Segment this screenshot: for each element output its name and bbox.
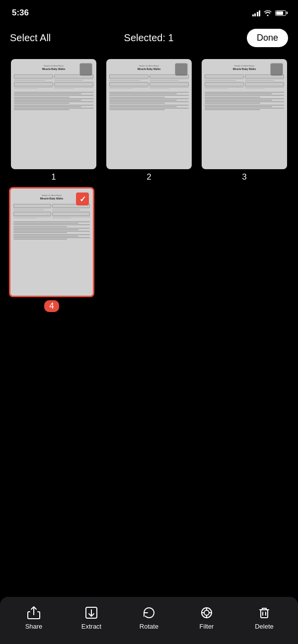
share-icon <box>27 606 41 620</box>
page-number-3: 3 <box>242 172 246 182</box>
svg-point-2 <box>204 610 209 615</box>
rotate-icon <box>142 606 156 620</box>
toolbar-rotate-label: Rotate <box>140 623 158 630</box>
toolbar-filter[interactable]: Filter <box>192 606 222 630</box>
page-checkbox-3[interactable] <box>270 63 283 76</box>
header: Select All Selected: 1 Done <box>0 22 298 54</box>
page-item-3[interactable]: Sample of a News Report Miracle Baby Wal… <box>200 59 289 182</box>
selected-count-label: Selected: 1 <box>124 32 174 44</box>
done-button[interactable]: Done <box>247 29 288 47</box>
doc-content-4: Sample of a News Report Miracle Baby Wal… <box>13 193 90 292</box>
toolbar-delete-label: Delete <box>255 623 274 630</box>
doc-content-3: Sample of a News Report Miracle Baby Wal… <box>205 63 284 165</box>
toolbar-delete[interactable]: Delete <box>249 606 279 630</box>
svg-rect-3 <box>261 610 268 618</box>
filter-icon <box>200 606 214 620</box>
toolbar-extract[interactable]: Extract <box>76 606 106 630</box>
doc-content-1: Sample of a News Report Miracle Baby Wal… <box>14 63 93 165</box>
battery-icon <box>275 10 286 16</box>
toolbar-rotate[interactable]: Rotate <box>134 606 164 630</box>
page-number-1: 1 <box>51 172 56 182</box>
toolbar-share-label: Share <box>25 623 43 630</box>
page-number-2: 2 <box>147 172 151 182</box>
page-checkbox-4[interactable] <box>76 193 89 205</box>
signal-icon <box>252 10 261 16</box>
status-icons <box>252 9 287 16</box>
doc-content-2: Sample of a News Report Miracle Baby Wal… <box>109 63 189 165</box>
pages-grid: Sample of a News Report Miracle Baby Wal… <box>0 54 298 187</box>
page-item-4-row: Sample of a News Report Miracle Baby Wal… <box>0 187 298 312</box>
page-checkbox-2[interactable] <box>175 63 188 76</box>
page-thumb-3[interactable]: Sample of a News Report Miracle Baby Wal… <box>202 59 287 169</box>
toolbar-share[interactable]: Share <box>19 606 49 630</box>
page-item-1[interactable]: Sample of a News Report Miracle Baby Wal… <box>9 59 98 182</box>
wifi-icon <box>263 9 272 16</box>
page-thumb-4[interactable]: Sample of a News Report Miracle Baby Wal… <box>9 187 94 297</box>
page-thumb-1[interactable]: Sample of a News Report Miracle Baby Wal… <box>11 59 96 169</box>
page-item-2[interactable]: Sample of a News Report Miracle Baby Wal… <box>104 59 194 182</box>
page-item-4[interactable]: Sample of a News Report Miracle Baby Wal… <box>9 187 94 312</box>
toolbar-extract-label: Extract <box>81 623 101 630</box>
status-time: 5:36 <box>12 8 29 18</box>
delete-icon <box>257 606 271 620</box>
page-number-4: 4 <box>44 300 59 312</box>
select-all-button[interactable]: Select All <box>10 30 51 46</box>
page-checkbox-1[interactable] <box>79 63 92 76</box>
toolbar-filter-label: Filter <box>200 623 214 630</box>
bottom-toolbar: Share Extract Rotate Filter Delete <box>0 597 298 644</box>
extract-icon <box>84 606 98 620</box>
page-thumb-2[interactable]: Sample of a News Report Miracle Baby Wal… <box>106 59 192 169</box>
status-bar: 5:36 <box>0 0 298 22</box>
